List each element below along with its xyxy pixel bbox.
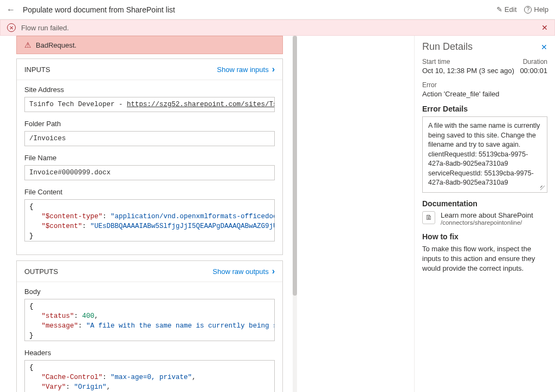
file-content-value[interactable]: { "$content-type": "application/vnd.open…	[24, 199, 275, 241]
site-address-value[interactable]: Tsinfo Tech Developer - https://szg52.sh…	[24, 97, 275, 112]
left-column: ⚠ BadRequest. INPUTS Show raw inputs › S…	[0, 36, 293, 392]
start-time-value: Oct 10, 12:38 PM (3 sec ago)	[422, 67, 514, 75]
field-headers: Headers { "Cache-Control": "max-age=0, p…	[24, 349, 275, 392]
field-file-name: File Name Invoice#0000999.docx	[24, 154, 275, 180]
error-details-box[interactable]: A file with the same name is currently b…	[422, 116, 547, 193]
field-file-content: File Content { "$content-type": "applica…	[24, 188, 275, 241]
chevron-right-icon: ›	[272, 266, 275, 276]
error-circle-icon: ✕	[7, 23, 16, 32]
pencil-icon: ✎	[496, 5, 502, 14]
warning-icon: ⚠	[24, 41, 31, 49]
inputs-panel-header: INPUTS Show raw inputs ›	[17, 59, 282, 80]
inputs-panel: INPUTS Show raw inputs › Site Address Ts…	[16, 58, 283, 255]
flow-failed-banner: ✕ Flow run failed. ✕	[0, 19, 555, 36]
file-name-label: File Name	[24, 154, 275, 162]
page-title: Populate word document from SharePoint l…	[23, 5, 496, 14]
top-bar: ← Populate word document from SharePoint…	[0, 0, 555, 19]
help-label: Help	[534, 5, 548, 14]
resize-grip-icon[interactable]	[540, 186, 546, 191]
badrequest-text: BadRequest.	[36, 41, 76, 49]
top-actions: ✎ Edit ? Help	[496, 5, 548, 14]
chevron-right-icon: ›	[272, 64, 275, 74]
doc-line2: /connectors/sharepointonline/	[441, 219, 533, 226]
folder-path-label: Folder Path	[24, 120, 275, 128]
error-details-title: Error Details	[422, 104, 547, 113]
run-details-panel: Run Details ✕ Start time Duration Oct 10…	[414, 36, 555, 392]
outputs-title: OUTPUTS	[24, 267, 58, 276]
field-site-address: Site Address Tsinfo Tech Developer - htt…	[24, 86, 275, 112]
main-area: ⚠ BadRequest. INPUTS Show raw inputs › S…	[0, 36, 555, 392]
help-icon: ?	[524, 6, 532, 14]
field-folder-path: Folder Path /Invoices	[24, 120, 275, 146]
start-time-label: Start time	[422, 58, 450, 66]
headers-label: Headers	[24, 349, 275, 357]
duration-label: Duration	[523, 58, 547, 66]
show-raw-outputs-label: Show raw outputs	[212, 267, 268, 276]
help-button[interactable]: ? Help	[524, 5, 548, 14]
badrequest-banner: ⚠ BadRequest.	[16, 36, 283, 54]
file-name-value[interactable]: Invoice#0000999.docx	[24, 165, 275, 180]
error-value: Action 'Create_file' failed	[422, 90, 547, 98]
show-raw-inputs-label: Show raw inputs	[217, 66, 268, 74]
folder-path-value[interactable]: /Invoices	[24, 131, 275, 146]
scrollbar-track[interactable]	[293, 36, 297, 392]
close-banner-button[interactable]: ✕	[541, 23, 548, 32]
site-address-label: Site Address	[24, 86, 275, 94]
error-details-text: A file with the same name is currently b…	[428, 122, 540, 186]
duration-value: 00:00:01	[520, 67, 547, 75]
how-to-fix-title: How to fix	[422, 232, 547, 241]
close-icon[interactable]: ✕	[541, 43, 547, 51]
edit-label: Edit	[505, 5, 517, 14]
body-label: Body	[24, 288, 275, 296]
edit-button[interactable]: ✎ Edit	[496, 5, 517, 14]
back-icon[interactable]: ←	[7, 5, 15, 15]
how-to-fix-text: To make this flow work, inspect the inpu…	[422, 244, 547, 274]
outputs-panel: OUTPUTS Show raw outputs › Body { "statu…	[16, 260, 283, 392]
show-raw-inputs-link[interactable]: Show raw inputs ›	[217, 64, 275, 74]
doc-line1: Learn more about SharePoint	[441, 211, 533, 219]
show-raw-outputs-link[interactable]: Show raw outputs ›	[212, 266, 275, 276]
documentation-title: Documentation	[422, 199, 547, 208]
body-value[interactable]: { "status": 400, "message": "A file with…	[24, 299, 275, 341]
run-details-title: Run Details	[422, 41, 473, 53]
inputs-title: INPUTS	[24, 66, 50, 74]
headers-value[interactable]: { "Cache-Control": "max-age=0, private",…	[24, 360, 275, 392]
file-content-label: File Content	[24, 188, 275, 196]
field-body: Body { "status": 400, "message": "A file…	[24, 288, 275, 341]
error-label: Error	[422, 81, 547, 89]
outputs-panel-body: Body { "status": 400, "message": "A file…	[17, 282, 282, 392]
documentation-link[interactable]: 🗎 Learn more about SharePoint /connector…	[422, 211, 547, 226]
flow-failed-text: Flow run failed.	[21, 24, 69, 32]
inputs-panel-body: Site Address Tsinfo Tech Developer - htt…	[17, 80, 282, 254]
outputs-panel-header: OUTPUTS Show raw outputs ›	[17, 261, 282, 282]
document-icon: 🗎	[422, 211, 435, 224]
scrollbar-thumb[interactable]	[293, 36, 297, 296]
